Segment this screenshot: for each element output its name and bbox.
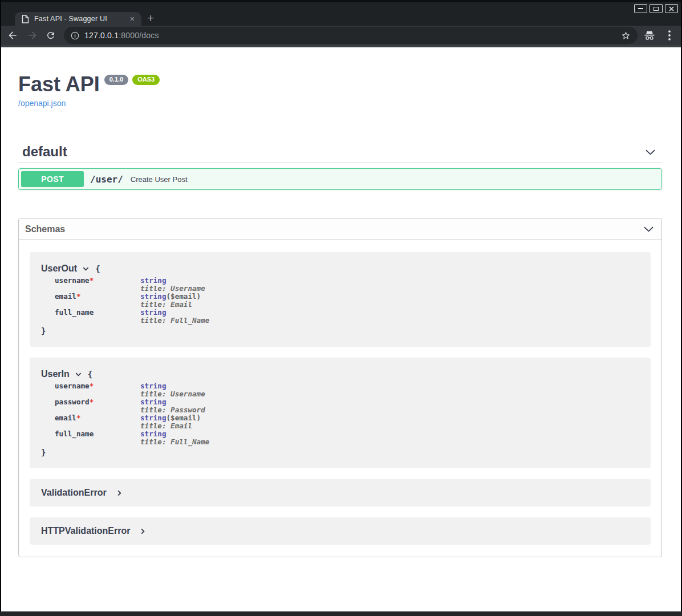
field-title-line: title: Email — [140, 422, 201, 430]
operation-post-user[interactable]: POST /user/ Create User Post — [18, 168, 662, 190]
operation-summary: Create User Post — [131, 175, 188, 184]
reload-icon — [46, 30, 56, 40]
prop-type: string — [140, 308, 167, 317]
field-title-line: title: Email — [140, 301, 201, 309]
field-name: full_name — [55, 430, 140, 446]
address-bar[interactable]: 127.0.0.1:8000/docs — [64, 27, 638, 44]
field-type-line: string — [140, 430, 209, 438]
model-userout: UserOut{username*stringtitle: Usernameem… — [30, 252, 651, 347]
model-validationerror: ValidationError — [30, 479, 651, 506]
field-description: string($email)title: Email — [140, 414, 201, 430]
model-name: UserIn — [41, 369, 70, 379]
maximize-button[interactable] — [649, 4, 663, 13]
schemas-title: Schemas — [25, 224, 65, 234]
field-type-line: string($email) — [140, 293, 201, 301]
schemas-section: Schemas UserOut{username*stringtitle: Us… — [18, 218, 662, 557]
field-description: string($email)title: Email — [140, 293, 201, 309]
field-type-line: string — [140, 398, 205, 406]
brace-open: { — [88, 370, 92, 379]
incognito-icon — [643, 30, 656, 41]
chevron-down-icon[interactable] — [82, 265, 90, 273]
browser-menu-button[interactable] — [668, 30, 671, 40]
back-arrow-icon — [7, 30, 18, 41]
model-title-row[interactable]: HTTPValidationError — [41, 526, 639, 536]
required-star: * — [76, 414, 81, 422]
required-star: * — [90, 276, 94, 285]
field-name: email* — [55, 414, 140, 430]
three-dot-menu-icon — [668, 30, 671, 40]
toolbar-right — [643, 30, 675, 41]
field-name: full_name — [55, 309, 140, 325]
schema-field-email: email*string($email)title: Email — [55, 293, 639, 309]
brace-close: } — [41, 326, 639, 335]
field-description: stringtitle: Username — [140, 277, 205, 293]
schema-field-email: email*string($email)title: Email — [55, 414, 639, 430]
prop-format: ($email) — [167, 414, 201, 422]
field-type-line: string — [140, 382, 205, 390]
url-text[interactable]: 127.0.0.1:8000/docs — [84, 31, 159, 40]
field-title-line: title: Username — [140, 390, 205, 398]
model-name: ValidationError — [41, 488, 107, 498]
field-type-line: string($email) — [140, 414, 201, 422]
operation-path: /user/ — [90, 174, 123, 185]
oas3-badge: OAS3 — [132, 75, 160, 85]
api-title: Fast API — [18, 73, 100, 96]
schema-field-full_name: full_namestringtitle: Full_Name — [55, 430, 639, 446]
browser-tab[interactable]: Fast API - Swagger UI × — [15, 12, 141, 26]
chevron-right-icon[interactable] — [139, 528, 147, 535]
prop-type: string — [140, 292, 167, 301]
model-name: UserOut — [41, 264, 77, 274]
required-star: * — [90, 382, 94, 390]
minimize-icon — [638, 8, 643, 9]
chevron-down-icon[interactable] — [643, 223, 655, 235]
site-info-icon[interactable] — [71, 31, 79, 40]
star-icon — [620, 30, 631, 41]
model-httpvalidationerror: HTTPValidationError — [30, 517, 651, 545]
prop-type: string — [140, 398, 167, 406]
url-path: :8000/docs — [119, 31, 159, 40]
openapi-spec-link[interactable]: /openapi.json — [18, 99, 66, 108]
schema-field-password: password*stringtitle: Password — [55, 398, 639, 414]
api-info: Fast API 0.1.0 OAS3 /openapi.json — [18, 73, 662, 108]
tab-close-icon[interactable]: × — [128, 15, 137, 23]
chevron-down-icon[interactable] — [75, 371, 82, 378]
minimize-button[interactable] — [634, 4, 647, 13]
field-description: stringtitle: Password — [140, 398, 205, 414]
close-icon — [669, 6, 674, 11]
field-name: username* — [55, 382, 140, 398]
chevron-right-icon[interactable] — [116, 489, 123, 497]
swagger-page: Fast API 0.1.0 OAS3 /openapi.json defaul… — [1, 47, 681, 611]
field-description: stringtitle: Full_Name — [140, 309, 209, 325]
forward-button[interactable] — [27, 30, 38, 41]
model-title-row[interactable]: UserIn{ — [41, 369, 639, 379]
version-badge: 0.1.0 — [104, 75, 128, 85]
window-bottom-border — [0, 611, 682, 616]
model-title-row[interactable]: UserOut{ — [41, 264, 639, 274]
chevron-down-icon[interactable] — [644, 146, 656, 158]
schema-field-username: username*stringtitle: Username — [55, 382, 639, 398]
required-star: * — [76, 292, 81, 301]
method-badge: POST — [21, 171, 84, 187]
model-title-row[interactable]: ValidationError — [41, 488, 639, 498]
prop-format: ($email) — [167, 292, 201, 301]
schemas-header[interactable]: Schemas — [19, 218, 661, 240]
browser-toolbar: 127.0.0.1:8000/docs — [0, 26, 682, 45]
field-title-line: title: Full_Name — [140, 317, 209, 325]
tab-strip: Fast API - Swagger UI × + — [0, 2, 682, 26]
model-fields: username*stringtitle: Usernameemail*stri… — [55, 277, 639, 325]
field-type-line: string — [140, 309, 209, 317]
window-left-border — [0, 0, 1, 616]
field-description: stringtitle: Full_Name — [140, 430, 209, 446]
bookmark-star-button[interactable] — [620, 30, 631, 41]
close-button[interactable] — [665, 4, 678, 13]
model-name: HTTPValidationError — [41, 526, 130, 536]
field-name: password* — [55, 398, 140, 414]
window-controls — [634, 4, 678, 13]
prop-type: string — [140, 276, 167, 285]
tag-section-default: default POST /user/ Create User Post — [18, 141, 662, 190]
reload-button[interactable] — [46, 30, 56, 40]
new-tab-button[interactable]: + — [147, 11, 154, 26]
tag-header[interactable]: default — [18, 141, 662, 163]
schemas-body: UserOut{username*stringtitle: Usernameem… — [19, 240, 661, 557]
back-button[interactable] — [7, 30, 18, 41]
